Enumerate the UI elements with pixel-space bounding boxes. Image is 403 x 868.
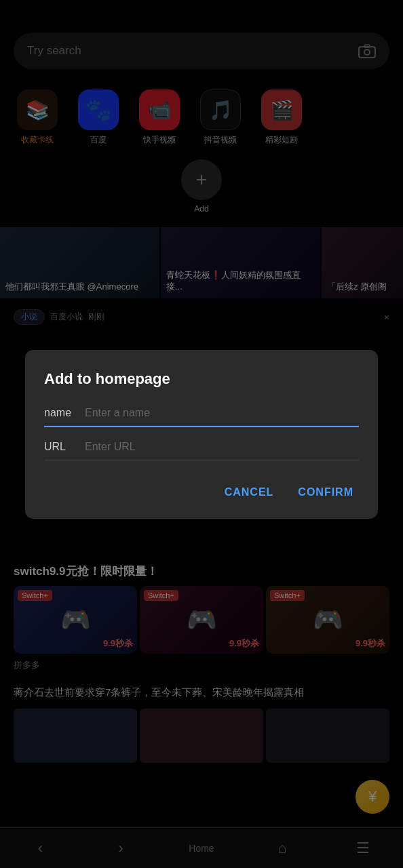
add-to-homepage-dialog: Add to homepage name URL CANCEL CONFIRM (25, 350, 378, 519)
url-label: URL (44, 441, 85, 453)
url-input[interactable] (85, 441, 359, 453)
confirm-button[interactable]: CONFIRM (292, 479, 359, 505)
name-field-row: name (44, 407, 359, 427)
dialog-actions: CANCEL CONFIRM (44, 479, 359, 505)
url-field-row: URL (44, 441, 359, 460)
dialog-title: Add to homepage (44, 370, 359, 388)
name-label: name (44, 407, 85, 419)
name-input[interactable] (85, 407, 359, 419)
dialog-overlay: Add to homepage name URL CANCEL CONFIRM (0, 0, 403, 868)
cancel-button[interactable]: CANCEL (219, 479, 280, 505)
